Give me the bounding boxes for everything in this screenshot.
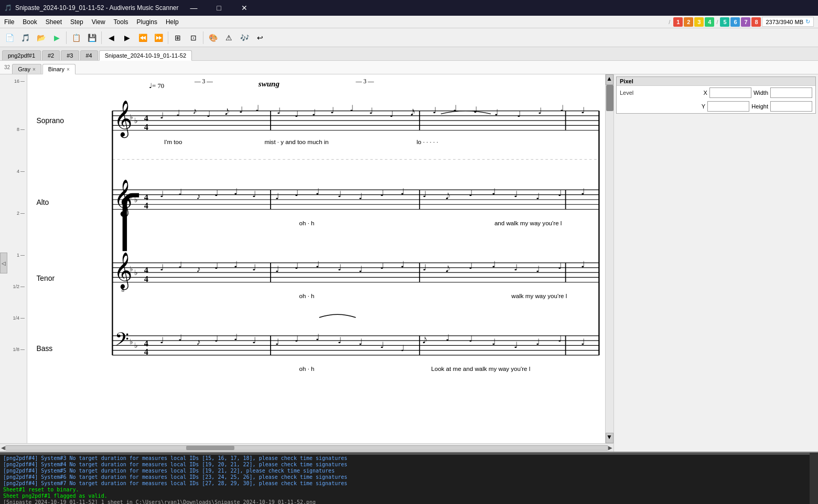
inner-tab-binary[interactable]: Binary × [42,64,76,74]
menu-help[interactable]: Help [162,17,183,27]
left-section: ◁ 16 8 4 2 [0,74,614,452]
num-badge-5[interactable]: 5 [720,17,729,27]
tb-color[interactable]: 🎨 [206,30,220,45]
v-scroll-thumb[interactable] [606,85,614,111]
tb-note[interactable]: 🎶 [237,30,252,45]
tb-export-pdf[interactable]: 📋 [69,30,83,45]
svg-text:♭: ♭ [130,113,133,121]
svg-text:♩: ♩ [160,190,164,199]
svg-text:♩: ♩ [178,260,182,270]
tb-warn[interactable]: ⚠ [221,30,236,45]
num-badge-7[interactable]: 7 [741,17,750,27]
h-scroll-left[interactable]: ◀ [1,445,5,451]
inner-tab-gray[interactable]: Gray × [12,64,41,74]
num-badge-3[interactable]: 3 [694,17,704,27]
svg-text:♪: ♪ [196,265,200,274]
inner-tab-binary-label: Binary [48,66,64,72]
svg-text:♩: ♩ [160,263,164,272]
filetab-5[interactable]: Snipaste_2024-10-19_01-11-52 [99,50,192,61]
menu-plugins[interactable]: Plugins [133,17,162,27]
menu-book[interactable]: Book [18,17,41,27]
svg-text:♩: ♩ [359,337,363,347]
tb-skip-back[interactable]: ⏪ [135,30,150,45]
h-scroll-right[interactable]: ▶ [608,445,612,451]
score-area[interactable]: ♩= 70 swung — 3 — — 3 — Soprano [27,74,605,443]
menu-step[interactable]: Step [66,17,88,27]
x-input[interactable] [709,87,751,98]
width-input[interactable] [770,87,812,98]
tb-music[interactable]: 🎵 [18,30,33,45]
svg-text:♪: ♪ [196,192,200,201]
toolbar-separator-2 [101,31,102,44]
num-badge-6[interactable]: 6 [730,17,740,27]
scale-16: 16 [14,79,25,84]
v-scroll-up[interactable]: ▲ [606,74,614,85]
svg-text:♩: ♩ [239,105,243,115]
tb-skip-forward[interactable]: ⏩ [151,30,166,45]
svg-text:♩: ♩ [492,187,496,196]
scale-quarter: 1/4 [13,315,25,321]
h-scrollbar[interactable]: ◀ ▶ [0,443,614,452]
filetab-2[interactable]: #2 [42,50,60,60]
tb-frame[interactable]: ⊡ [186,30,201,45]
svg-text:♩: ♩ [178,188,182,197]
log-scrollbar[interactable] [810,453,818,504]
inner-tab-gray-close[interactable]: × [33,67,36,72]
log-area[interactable]: [png2pdf#4] System#3 No target duration … [0,452,818,504]
tb-undo[interactable]: ↩ [253,30,267,45]
inner-tab-binary-close[interactable]: × [67,67,70,72]
log-resize-handle[interactable] [0,452,818,455]
menu-tools[interactable]: Tools [110,17,133,27]
svg-text:4: 4 [144,275,148,284]
tb-forward[interactable]: ▶ [120,30,134,45]
height-input[interactable] [770,101,812,112]
log-line-3: [png2pdf#4] System#5 No target duration … [3,468,815,474]
tb-grid[interactable]: ⊞ [170,30,185,45]
vertical-scale: 16 8 4 2 1 [7,74,27,443]
workspace: 32 Gray × Binary × ◁ 16 [0,61,818,504]
maximize-button[interactable]: □ [207,0,231,16]
menu-file[interactable]: File [0,17,18,27]
page-indicator: 32 [2,64,12,70]
svg-text:8: 8 [122,287,124,293]
svg-text:Alto: Alto [36,198,49,206]
tb-save[interactable]: 💾 [84,30,99,45]
svg-text:♩: ♩ [401,187,405,196]
v-scrollbar[interactable]: ▲ ▼ [605,74,614,443]
num-badge-2[interactable]: 2 [684,17,693,27]
level-label: Level [620,90,651,96]
filetab-3[interactable]: #3 [61,50,79,60]
h-scroll-thumb[interactable] [186,446,234,450]
svg-text:♩: ♩ [514,341,518,350]
toolbar-separator-4 [203,31,203,44]
svg-text:I'm too: I'm too [164,138,182,145]
refresh-icon[interactable]: ↻ [805,18,810,25]
toolbar-separator-3 [168,31,168,44]
tb-run[interactable]: ▶ [49,30,64,45]
filetab-1[interactable]: png2pdf#1 [2,50,41,60]
svg-text:— 3 —: — 3 — [194,78,213,85]
minimize-button[interactable]: — [182,0,206,16]
canvas-and-ruler: ◁ 16 8 4 2 [0,74,614,443]
num-badge-8[interactable]: 8 [751,17,761,27]
menu-sheet[interactable]: Sheet [41,17,66,27]
memory-indicator[interactable]: 2373/3940 MB ↻ [762,17,814,27]
svg-text:♩: ♩ [560,104,564,113]
num-badge-4[interactable]: 4 [705,17,714,27]
h-scroll-track[interactable] [5,445,608,451]
filetab-4[interactable]: #4 [80,50,98,60]
svg-text:♩: ♩ [338,190,342,199]
menu-view[interactable]: View [88,17,110,27]
svg-text:♩: ♩ [214,334,219,344]
svg-text:♩: ♩ [581,187,585,196]
num-badge-1[interactable]: 1 [673,17,683,27]
svg-text:♩: ♩ [350,104,354,113]
tb-open[interactable]: 📂 [34,30,48,45]
tb-back[interactable]: ◀ [104,30,119,45]
y-input[interactable] [707,101,749,112]
v-scroll-down[interactable]: ▼ [606,433,614,443]
x-label: X [704,90,707,96]
left-expand-arrow[interactable]: ◁ [0,253,7,273]
tb-new[interactable]: 📄 [2,30,17,45]
close-button[interactable]: ✕ [232,0,256,16]
